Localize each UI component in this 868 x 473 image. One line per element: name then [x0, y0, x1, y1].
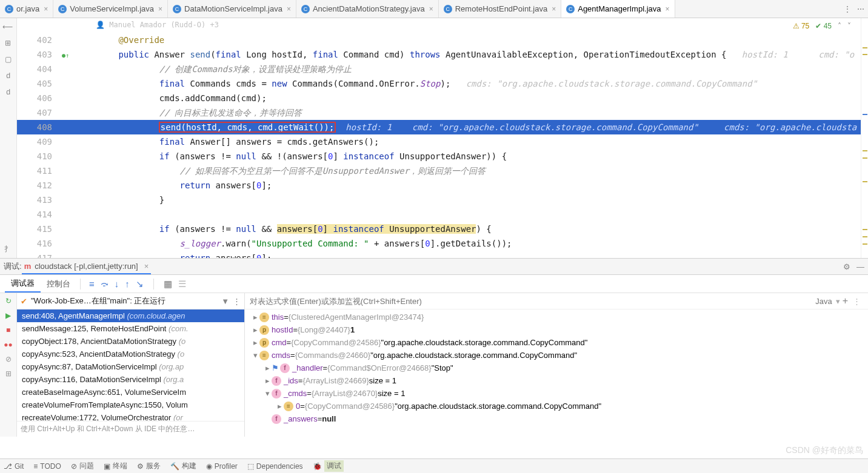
evaluate-icon[interactable]: ▦ — [164, 279, 172, 289]
inspections-widget[interactable]: ⚠ 75 ✔ 45 ˄ ˅ — [793, 22, 851, 30]
ok-count[interactable]: ✔ 45 — [815, 22, 832, 30]
variable-row[interactable]: ▾≡cmds = {Commands@24660} "org.apache.cl… — [245, 349, 868, 362]
stack-frame[interactable]: send:408, AgentManagerImpl (com.cloud.ag… — [17, 309, 244, 322]
add-watch-icon[interactable]: + — [840, 296, 850, 306]
statusbar-Git[interactable]: ⎇Git — [4, 462, 24, 471]
close-icon[interactable]: × — [144, 262, 149, 271]
tabs-overflow-icon[interactable]: ⋮ ⋯ — [840, 5, 868, 13]
structure-tool-icon[interactable]: ⊞ — [5, 38, 11, 47]
step-out-icon[interactable]: ↑ — [125, 279, 130, 289]
stack-frame[interactable]: copyObject:178, AncientDataMotionStrateg… — [17, 335, 244, 348]
java-class-icon: C — [58, 5, 67, 13]
step-into-icon[interactable]: ↓ — [115, 279, 119, 289]
project-tool-icon[interactable]: ⟵ — [2, 22, 13, 30]
code-editor[interactable]: 👤 Manuel Amador (Rudd-O) +3 ⚠ 75 ✔ 45 ˄ … — [17, 18, 868, 258]
filter-settings-icon[interactable]: ⋮ — [233, 297, 241, 306]
statusbar-构建[interactable]: 🔨构建 — [170, 461, 196, 471]
watermark: CSDN @好奇的菜鸟 — [786, 445, 863, 456]
tab-DataMotionServiceImpl.java[interactable]: CDataMotionServiceImpl.java× — [168, 0, 296, 18]
java-class-icon: C — [566, 5, 575, 13]
close-icon[interactable]: × — [429, 5, 433, 13]
mute-bp-icon[interactable]: ⊘ — [5, 355, 12, 363]
evaluate-input[interactable] — [250, 297, 812, 306]
debug-left-toolbar: ↻ ▶ ■ ●● ⊘ ⊞ — [0, 293, 17, 437]
stack-frame[interactable]: copyAsync:523, AncientDataMotionStrategy… — [17, 348, 244, 360]
filter-icon[interactable]: ▼ — [221, 297, 229, 306]
debug-runbar: 调试: m cloudstack [-pl,client,jetty:run] … — [0, 258, 868, 275]
close-icon[interactable]: × — [552, 5, 556, 13]
close-icon[interactable]: × — [44, 5, 48, 13]
more-vars-icon[interactable]: ⋮ — [850, 297, 863, 306]
java-class-icon: C — [444, 5, 452, 13]
blame-annotation: 👤 Manuel Amador (Rudd-O) +3 — [96, 21, 219, 29]
statusbar-TODO[interactable]: ≡TODO — [33, 462, 61, 471]
breakpoints-icon[interactable]: ●● — [4, 340, 13, 349]
statusbar-问题[interactable]: ⊘问题 — [71, 461, 94, 471]
chevron-down-icon[interactable]: ˅ — [847, 22, 851, 30]
more-icon[interactable]: ☰ — [178, 279, 186, 289]
tab-or.java[interactable]: Cor.java× — [0, 0, 53, 18]
debug-label: 调试: — [4, 261, 22, 272]
statusbar-Profiler[interactable]: ◉Profiler — [206, 462, 238, 471]
variable-row[interactable]: ▸f_ids = {ArrayList@24669} size = 1 — [245, 374, 868, 387]
variable-row[interactable]: ▸≡this = {ClusteredAgentManagerImpl@2347… — [245, 311, 868, 323]
debugger-toolbar: 调试器 控制台 ≡ ⤼ ↓ ↑ ↘ ▦ ☰ — [0, 275, 868, 293]
chevron-up-icon[interactable]: ˄ — [838, 22, 841, 30]
commit-tool-icon[interactable]: d — [6, 87, 10, 96]
tab-console[interactable]: 控制台 — [41, 276, 76, 292]
statusbar-终端[interactable]: ▣终端 — [104, 461, 127, 471]
stack-frame[interactable]: createVolumeFromTemplateAsync:1550, Volu… — [17, 399, 244, 411]
variable-row[interactable]: ▸≡0 = {CopyCommand@24586} "org.apache.cl… — [245, 400, 868, 412]
layout-icon[interactable]: ⊞ — [5, 369, 12, 378]
resume-icon[interactable]: ▶ — [5, 311, 11, 320]
favorites-tool-icon[interactable]: d — [6, 71, 10, 79]
frames-panel: ✔ "Work-Job-Exe…在组"main": 正在运行 ▼ ⋮ send:… — [17, 293, 245, 437]
stack-frame[interactable]: copyAsync:116, DataMotionServiceImpl (or… — [17, 373, 244, 386]
thread-selector[interactable]: "Work-Job-Exe…在组"main": 正在运行 — [31, 296, 165, 306]
variable-row[interactable]: ▾f_cmds = {ArrayList@24670} size = 1 — [245, 387, 868, 400]
run-config-tab[interactable]: m cloudstack [-pl,client,jetty:run] × — [22, 259, 152, 274]
statusbar-Dependencies[interactable]: ⬚Dependencies — [247, 462, 303, 471]
variable-row[interactable]: ▸⚑f_handler = {Command$OnError@24668} "S… — [245, 362, 868, 374]
variables-panel: Java▾ + ⋮ ▸≡this = {ClusteredAgentManage… — [245, 293, 868, 437]
run-to-cursor-icon[interactable]: ↘ — [136, 279, 144, 289]
java-class-icon: C — [5, 5, 13, 13]
tab-debugger[interactable]: 调试器 — [5, 276, 41, 293]
stack-frame[interactable]: copyAsync:87, DataMotionServiceImpl (org… — [17, 360, 244, 373]
close-icon[interactable]: × — [287, 5, 291, 13]
bookmarks-tool-icon[interactable]: ▢ — [5, 55, 12, 63]
maven-icon: m — [24, 262, 32, 271]
step-over-icon[interactable]: ⤼ — [101, 279, 109, 289]
close-icon[interactable]: × — [158, 5, 162, 13]
frames-help-text: 使用 Ctrl+Alt+Up 和 Ctrl+Alt+Down 从 IDE 中的任… — [17, 421, 244, 437]
warning-count[interactable]: ⚠ 75 — [793, 22, 810, 30]
tab-VolumeServiceImpl.java[interactable]: CVolumeServiceImpl.java× — [53, 0, 168, 18]
tab-AgentManagerImpl.java[interactable]: CAgentManagerImpl.java× — [561, 0, 675, 18]
check-icon: ✔ — [21, 297, 27, 306]
rerun-icon[interactable]: ↻ — [5, 297, 12, 305]
statusbar: ⎇Git≡TODO⊘问题▣终端⚙服务🔨构建◉Profiler⬚Dependenc… — [0, 458, 868, 473]
left-gutter-toolbar: ⟵ ⊞ ▢ d d 扌 — [0, 18, 17, 258]
lang-selector[interactable]: Java — [812, 297, 835, 306]
stack-frame[interactable]: sendMessage:125, RemoteHostEndPoint (com… — [17, 322, 244, 335]
java-class-icon: C — [301, 5, 310, 13]
close-icon[interactable]: × — [666, 5, 670, 13]
variable-row[interactable]: ▸pcmd = {CopyCommand@24586} "org.apache.… — [245, 336, 868, 349]
handle-icon[interactable]: 扌 — [4, 243, 12, 254]
stack-frame[interactable]: createBaseImageAsync:651, VolumeServiceI… — [17, 386, 244, 399]
stop-icon[interactable]: ■ — [6, 326, 10, 334]
variable-row[interactable]: f_answers = null — [245, 412, 868, 425]
frames-icon[interactable]: ≡ — [89, 279, 95, 289]
error-stripe[interactable] — [861, 18, 868, 258]
tab-RemoteHostEndPoint.java[interactable]: CRemoteHostEndPoint.java× — [439, 0, 562, 18]
tab-AncientDataMotionStrategy.java[interactable]: CAncientDataMotionStrategy.java× — [296, 0, 439, 18]
editor-tabs: Cor.java×CVolumeServiceImpl.java×CDataMo… — [0, 0, 868, 18]
statusbar-服务[interactable]: ⚙服务 — [137, 461, 161, 471]
stack-frame[interactable]: recreateVolume:1772, VolumeOrchestrator … — [17, 411, 244, 421]
variable-row[interactable]: ▸phostId = {Long@24407} 1 — [245, 323, 868, 336]
minimize-icon[interactable]: — — [856, 262, 864, 271]
statusbar-调试[interactable]: 🐞调试 — [313, 460, 344, 472]
java-class-icon: C — [173, 5, 181, 13]
gear-icon[interactable]: ⚙ — [843, 262, 850, 271]
